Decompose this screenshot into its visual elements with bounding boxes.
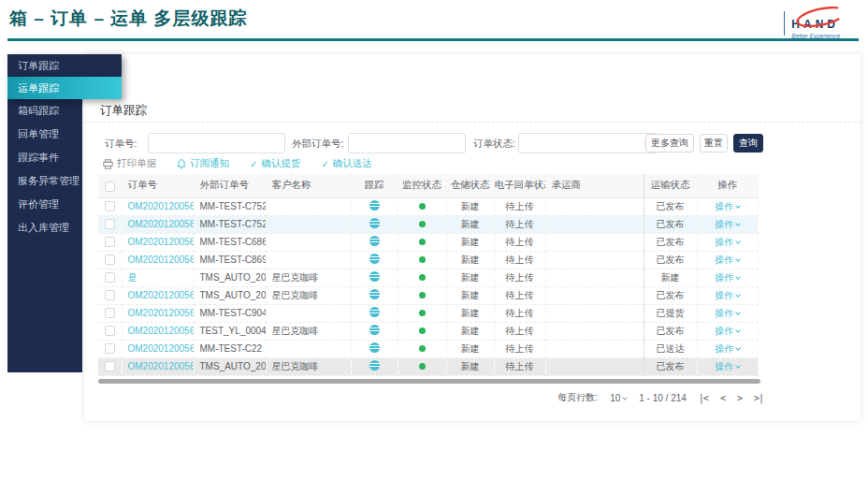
- receipt-status-cell: 待上传: [494, 340, 545, 357]
- row-checkbox[interactable]: [105, 201, 115, 211]
- row-action-dropdown[interactable]: 操作: [715, 237, 740, 247]
- carrier-cell: [545, 286, 644, 304]
- order-number-cell: OM202012005686: [122, 286, 194, 304]
- action-cell: 操作: [697, 340, 758, 357]
- order-status-select[interactable]: [518, 133, 658, 153]
- order-number-cell: OM202012005682: [122, 304, 194, 322]
- row-checkbox[interactable]: [105, 343, 115, 354]
- next-page-button[interactable]: >: [737, 393, 742, 403]
- app-window: 箱 – 订单 – 运单 多层级跟踪 HAND Better Experience…: [0, 0, 868, 480]
- sidebar-item-3[interactable]: 箱码跟踪: [7, 99, 82, 123]
- select-all-checkbox-cell: [98, 174, 122, 197]
- globe-tracking-icon[interactable]: [369, 342, 380, 353]
- sidebar-item-8[interactable]: 出入库管理: [7, 216, 82, 240]
- confirm-delivery-button[interactable]: ✓ 确认送达: [321, 157, 371, 170]
- warehouse-status-cell: 新建: [446, 197, 494, 215]
- column-header-8: 承运商: [545, 174, 644, 197]
- monitor-status-dot: [419, 363, 426, 370]
- order-number-link[interactable]: OM202012005681: [128, 326, 195, 336]
- row-action-dropdown[interactable]: 操作: [715, 308, 740, 318]
- row-checkbox[interactable]: [105, 290, 115, 300]
- external-order-cell: MM-TEST-C869: [194, 251, 266, 269]
- order-number-link[interactable]: OM202012005695: [128, 237, 195, 247]
- page-size-select[interactable]: 10: [610, 393, 627, 403]
- select-all-checkbox[interactable]: [105, 182, 115, 192]
- globe-tracking-icon[interactable]: [369, 360, 380, 371]
- column-header-2: 外部订单号: [194, 174, 266, 197]
- carrier-cell: [545, 197, 644, 215]
- row-checkbox[interactable]: [105, 255, 115, 265]
- receipt-status-cell: 待上传: [494, 304, 545, 322]
- sidebar-item-5[interactable]: 跟踪事件: [7, 146, 82, 169]
- last-page-button[interactable]: >|: [754, 393, 763, 403]
- external-order-cell: MM-TEST-C686: [194, 233, 266, 251]
- monitor-status-cell: [398, 197, 446, 215]
- globe-tracking-icon[interactable]: [369, 325, 380, 335]
- warehouse-status-cell: 新建: [446, 304, 494, 322]
- row-action-dropdown[interactable]: 操作: [715, 255, 740, 265]
- logo-text: HAND: [791, 18, 839, 31]
- order-number-link[interactable]: OM202012005698...: [128, 201, 195, 211]
- print-documents-button[interactable]: 打印单据: [103, 157, 156, 170]
- row-action-dropdown[interactable]: 操作: [715, 290, 740, 300]
- row-checkbox[interactable]: [105, 361, 115, 371]
- search-button[interactable]: 查询: [733, 134, 763, 153]
- globe-tracking-icon[interactable]: [369, 200, 380, 211]
- row-action-dropdown[interactable]: 操作: [715, 201, 740, 211]
- horizontal-scrollbar[interactable]: [98, 379, 760, 384]
- row-action-dropdown[interactable]: 操作: [715, 361, 740, 371]
- sidebar-item-2[interactable]: 运单跟踪: [7, 77, 122, 99]
- more-query-button[interactable]: 更多查询: [645, 134, 694, 153]
- receipt-status-cell: 待上传: [494, 197, 545, 215]
- ext-order-no-input[interactable]: [348, 133, 466, 153]
- order-number-link[interactable]: OM202012005698...: [128, 219, 195, 229]
- row-action-dropdown[interactable]: 操作: [715, 343, 740, 354]
- order-no-input[interactable]: [148, 133, 285, 153]
- row-action-dropdown[interactable]: 操作: [715, 272, 740, 283]
- globe-tracking-icon[interactable]: [369, 271, 380, 282]
- first-page-button[interactable]: |<: [699, 393, 708, 403]
- row-checkbox[interactable]: [105, 237, 115, 247]
- order-number-link[interactable]: OM202012005677: [128, 343, 195, 354]
- bell-icon: [177, 159, 186, 169]
- table-row: OM202012005698...MM-TEST-C752新建待上传已发布操作: [98, 197, 758, 215]
- globe-tracking-icon[interactable]: [369, 236, 380, 246]
- row-checkbox[interactable]: [105, 219, 115, 229]
- row-action-dropdown[interactable]: 操作: [715, 326, 740, 336]
- receipt-status-cell: 待上传: [494, 233, 545, 251]
- row-checkbox-cell: [98, 233, 122, 251]
- order-number-cell: OM202012005698...: [122, 215, 194, 233]
- external-order-cell: TMS_AUTO_2020...: [194, 357, 266, 375]
- receipt-status-cell: 待上传: [494, 357, 545, 375]
- chevron-down-icon: [735, 345, 741, 351]
- sidebar-item-7[interactable]: 评价管理: [7, 193, 82, 216]
- order-number-link[interactable]: OM202012005686: [128, 290, 195, 300]
- row-action-dropdown[interactable]: 操作: [715, 219, 740, 229]
- row-checkbox[interactable]: [105, 326, 115, 336]
- row-checkbox[interactable]: [105, 272, 115, 283]
- warehouse-status-cell: 新建: [446, 322, 494, 340]
- reset-button[interactable]: 重置: [700, 134, 728, 153]
- confirm-pickup-button[interactable]: ✓ 确认提货: [250, 157, 300, 170]
- sidebar-item-1[interactable]: 订单跟踪: [7, 54, 122, 77]
- order-number-link[interactable]: 是: [128, 272, 137, 283]
- page-title: 箱 – 订单 – 运单 多层级跟踪: [9, 7, 248, 31]
- globe-tracking-icon[interactable]: [369, 289, 380, 299]
- globe-tracking-icon[interactable]: [369, 254, 380, 264]
- order-number-cell: OM202012005695: [122, 233, 194, 251]
- column-header-3: 客户名称: [266, 174, 351, 197]
- order-number-link[interactable]: OM202012005682: [128, 308, 195, 318]
- tracking-cell: [351, 233, 398, 251]
- row-checkbox[interactable]: [105, 308, 115, 318]
- sidebar-item-6[interactable]: 服务异常管理: [7, 169, 82, 193]
- order-number-link[interactable]: OM202012005694: [128, 255, 195, 265]
- globe-tracking-icon[interactable]: [369, 307, 380, 317]
- action-cell: 操作: [697, 304, 758, 322]
- globe-tracking-icon[interactable]: [369, 218, 380, 228]
- sidebar-item-4[interactable]: 回单管理: [7, 123, 82, 146]
- warehouse-status-cell: 新建: [446, 286, 494, 304]
- warehouse-status-cell: 新建: [446, 269, 494, 286]
- prev-page-button[interactable]: <: [720, 393, 725, 403]
- order-number-link[interactable]: OM202012005676: [128, 361, 195, 371]
- subscribe-notify-button[interactable]: 订阅通知: [177, 157, 229, 170]
